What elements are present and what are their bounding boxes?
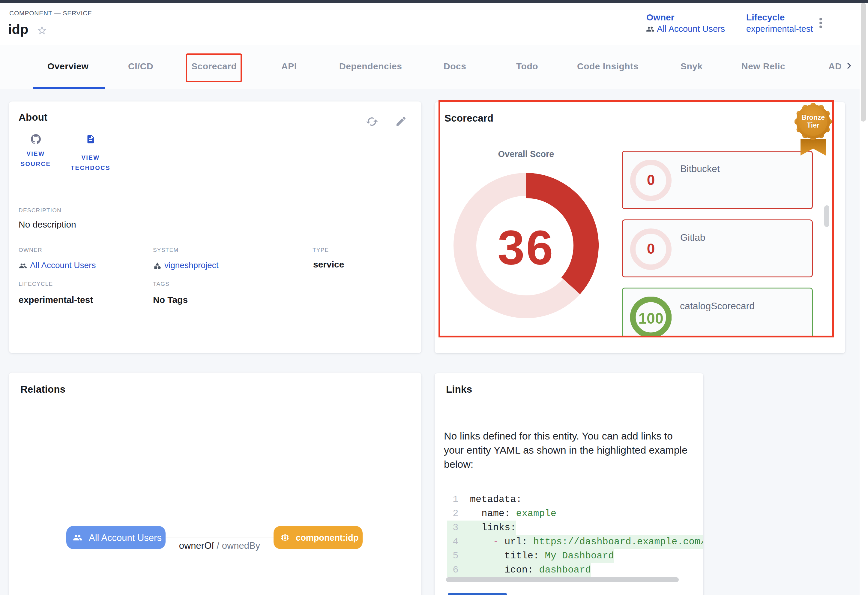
svg-text:Tier: Tier: [807, 121, 819, 129]
svg-text:Bronze: Bronze: [802, 114, 825, 121]
